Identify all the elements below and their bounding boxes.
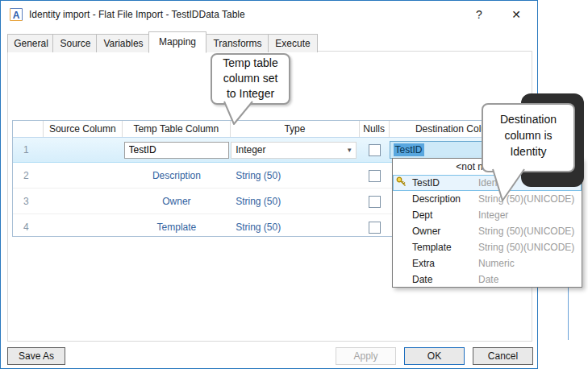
dropdown-item[interactable]: Description String (50)(UNICODE) [393,191,582,207]
column-header-nulls: Nulls [360,121,390,137]
row-number: 2 [13,170,44,181]
type-combobox-value: Integer [231,144,343,155]
temp-column-value[interactable]: Template [123,222,231,233]
tab-source[interactable]: Source [52,34,98,52]
type-value[interactable]: String (50) [231,222,360,233]
dropdown-item-name: Description [412,193,478,205]
cancel-button[interactable]: Cancel [473,347,533,365]
callout-text: Identity [483,143,573,160]
temp-column-value[interactable]: Description [123,170,231,181]
temp-column-value[interactable]: Owner [123,196,231,207]
ok-button[interactable]: OK [404,347,465,365]
callout-temp-table: Temp table column set to Integer [211,53,290,105]
title-bar[interactable]: A Identity import - Flat File Import - T… [2,2,536,27]
close-button[interactable]: ✕ [508,6,524,23]
row-number: 3 [13,196,44,207]
dropdown-item[interactable]: Template String (50)(UNICODE) [393,239,582,255]
window-edge-artifact [568,287,569,340]
help-button[interactable]: ? [471,6,487,23]
screenshot-canvas: A Identity import - Flat File Import - T… [0,0,588,373]
tab-mapping[interactable]: Mapping [148,31,206,53]
tab-variables[interactable]: Variables [96,34,151,52]
nulls-checkbox[interactable] [369,196,381,208]
dropdown-item-name: Date [412,274,478,285]
window-title: Identity import - Flat File Import - Tes… [29,9,245,20]
tab-transforms[interactable]: Transforms [205,34,270,52]
dropdown-item-type: String (50)(UNICODE) [478,242,582,253]
tab-general[interactable]: General [7,34,55,52]
callout-text: column is [483,127,573,143]
row-number: 4 [13,222,44,233]
callout-destination-identity-tail [491,168,527,203]
dropdown-item-type: Numeric [478,258,582,269]
dropdown-item[interactable]: Date Date [393,271,582,288]
column-header-temp: Temp Table Column [123,121,231,137]
chevron-down-icon: ▼ [343,147,356,154]
column-header-source: Source Column [44,121,123,137]
dropdown-item-name: TestID [412,177,478,189]
temp-column-cell [123,142,231,159]
nulls-checkbox[interactable] [369,144,381,156]
nulls-cell [360,194,390,209]
mapping-table-header: Source Column Temp Table Column Type Nul… [13,121,526,138]
svg-text:A: A [13,10,20,21]
dropdown-item[interactable]: Extra Numeric [393,255,582,271]
callout-text: column set [212,71,289,86]
dropdown-item-name: Dept [412,209,478,221]
callout-text: Temp table [212,56,289,71]
callout-text: Destination [483,111,573,127]
type-value[interactable]: String (50) [231,196,360,207]
nulls-checkbox[interactable] [369,222,381,234]
app-icon: A [10,8,23,24]
dropdown-item-type: Date [478,274,582,285]
dropdown-item-name: Template [412,242,478,253]
callout-temp-table-tail [223,100,255,126]
callout-destination-identity: Destination column is Identity [482,103,575,172]
save-as-button[interactable]: Save As [7,347,65,365]
dropdown-item[interactable]: Dept Integer [393,207,582,223]
apply-button[interactable]: Apply [336,347,396,365]
dropdown-item-type: Integer [478,209,582,221]
type-value[interactable]: String (50) [231,170,360,181]
temp-column-input[interactable] [124,142,229,159]
type-combobox[interactable]: Integer ▼ [231,142,357,159]
dropdown-item-name: Owner [412,226,478,237]
key-icon [393,176,412,189]
dropdown-item-type: String (50)(UNICODE) [478,226,582,237]
dropdown-item-name: Extra [412,258,478,269]
nulls-cell [360,143,390,157]
dropdown-item[interactable]: Owner String (50)(UNICODE) [393,223,582,239]
column-header-rownum [13,121,44,137]
type-cell: Integer ▼ [231,142,359,159]
nulls-checkbox[interactable] [369,170,381,182]
nulls-cell [360,220,390,234]
nulls-cell [360,168,390,183]
tab-execute[interactable]: Execute [268,34,318,52]
row-number: 1 [13,144,44,155]
